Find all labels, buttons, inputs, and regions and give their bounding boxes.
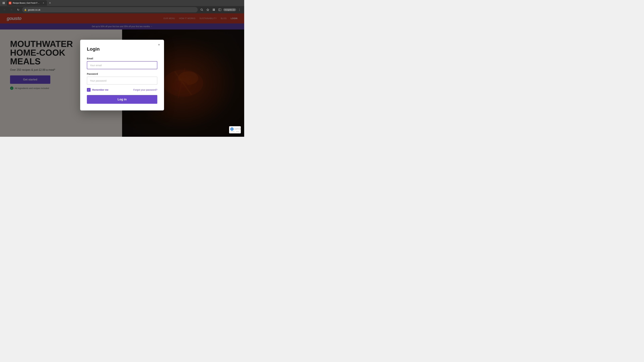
password-input[interactable] — [87, 77, 157, 85]
svg-marker-2 — [206, 8, 209, 11]
remember-me-label: Remember me — [92, 88, 108, 91]
svg-rect-3 — [213, 9, 214, 9]
remember-forgot-row: ✓ Remember me Forgot your password? — [87, 88, 157, 92]
recaptcha-privacy-link[interactable]: Privacy — [230, 131, 234, 132]
url-text: gousto.co.uk — [28, 8, 196, 11]
nav-bar: ← → ↻ 🔒 gousto.co.uk — [0, 6, 244, 13]
login-button[interactable]: Log in — [87, 95, 157, 104]
checkbox-checked-icon: ✓ — [87, 88, 90, 92]
password-form-group: Password — [87, 72, 157, 85]
more-menu-icon[interactable]: ⋮ — [237, 7, 242, 12]
forgot-password-link[interactable]: Forgot your password? — [133, 88, 157, 91]
svg-rect-5 — [213, 10, 214, 11]
tab-title: Recipe Boxes | Get Fresh Food ... — [13, 2, 40, 4]
browser-chrome: G Recipe Boxes | Get Fresh Food ... × + … — [0, 0, 244, 13]
svg-rect-7 — [219, 8, 221, 11]
reload-button[interactable]: ↻ — [16, 7, 21, 12]
recaptcha-links: Privacy · Terms — [230, 131, 240, 132]
remember-me-checkbox[interactable]: ✓ Remember me — [87, 88, 108, 92]
recaptcha-inner: reCAPTCHA — [230, 127, 240, 131]
modal-close-button[interactable]: × — [157, 42, 161, 47]
forward-button[interactable]: → — [9, 7, 14, 12]
tab-bar: G Recipe Boxes | Get Fresh Food ... × + — [0, 0, 244, 6]
recaptcha-terms-link[interactable]: Terms — [236, 131, 239, 132]
bookmark-star-icon[interactable] — [205, 7, 210, 12]
recaptcha-badge: reCAPTCHA Privacy · Terms — [229, 126, 241, 133]
incognito-badge[interactable]: Incognito (2) — [223, 8, 236, 11]
password-label: Password — [87, 72, 157, 75]
tab-favicon: G — [9, 2, 12, 4]
modal-title: Login — [87, 46, 157, 52]
svg-point-0 — [201, 9, 202, 10]
sidebar-icon[interactable] — [217, 7, 222, 12]
active-tab[interactable]: G Recipe Boxes | Get Fresh Food ... × — [7, 0, 47, 6]
login-modal: × Login Email Password ✓ Remember me For… — [80, 40, 164, 110]
extensions-icon[interactable] — [211, 7, 216, 12]
tab-close-button[interactable]: × — [42, 1, 45, 4]
email-form-group: Email — [87, 57, 157, 69]
tab-switcher[interactable] — [1, 1, 6, 5]
recaptcha-text: reCAPTCHA — [234, 128, 241, 130]
address-bar[interactable]: 🔒 gousto.co.uk — [22, 7, 198, 12]
email-label: Email — [87, 57, 157, 60]
svg-line-1 — [202, 10, 203, 11]
page-content: gousto OUR MENU HOW IT WORKS SUSTAINABIL… — [0, 13, 244, 137]
svg-rect-6 — [214, 10, 215, 11]
nav-actions: Incognito (2) ⋮ — [199, 7, 242, 12]
lock-icon: 🔒 — [24, 8, 27, 11]
search-icon[interactable] — [199, 7, 204, 12]
back-button[interactable]: ← — [2, 7, 8, 12]
modal-overlay: × Login Email Password ✓ Remember me For… — [0, 13, 244, 137]
svg-rect-4 — [214, 9, 215, 9]
recaptcha-logo — [230, 127, 234, 131]
email-input[interactable] — [87, 61, 157, 69]
new-tab-button[interactable]: + — [48, 1, 52, 5]
